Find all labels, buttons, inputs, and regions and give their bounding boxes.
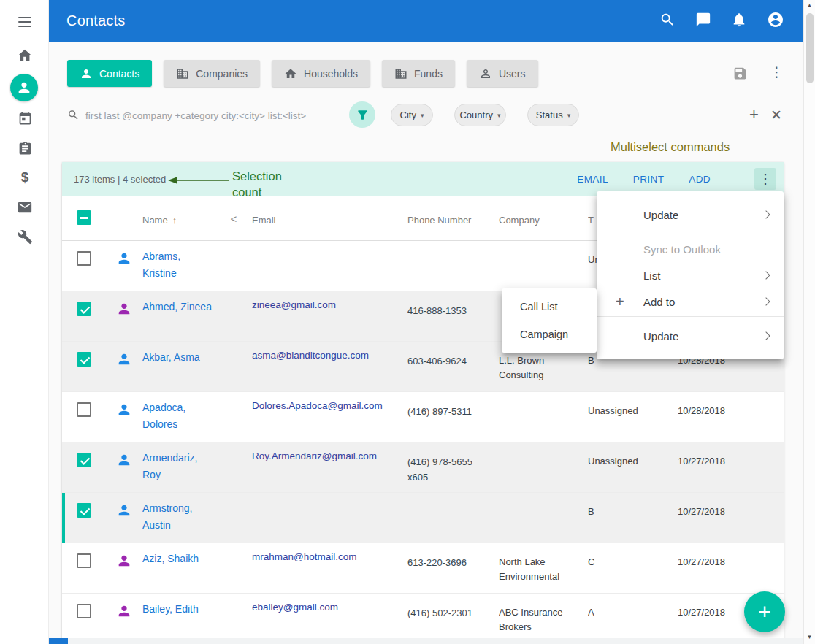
- vertical-scrollbar[interactable]: ▲ ▼: [803, 0, 815, 644]
- table-row[interactable]: Armstrong, Austin B 10/27/2018: [62, 493, 784, 543]
- tab-households[interactable]: Households: [272, 60, 370, 87]
- chevron-right-icon: [762, 210, 770, 218]
- save-view-icon[interactable]: [732, 66, 748, 84]
- contact-company: ABC Insurance Brokers: [499, 594, 588, 643]
- row-checkbox[interactable]: [77, 352, 91, 367]
- column-header-name[interactable]: Name↑: [142, 196, 215, 240]
- row-checkbox[interactable]: [77, 251, 91, 266]
- contact-phone: [408, 241, 499, 291]
- tab-companies[interactable]: Companies: [164, 60, 260, 87]
- contact-name-link[interactable]: Bailey, Edith: [142, 603, 199, 615]
- filter-chip-city[interactable]: City▾: [391, 104, 433, 126]
- chevron-right-icon: [762, 331, 770, 340]
- table-row[interactable]: Apadoca, Dolores Dolores.Apadoca@gmail.c…: [62, 392, 784, 442]
- chevron-right-icon: [762, 297, 770, 305]
- submenu-item-call-list[interactable]: Call List: [502, 293, 597, 321]
- person-avatar-icon: [106, 493, 142, 543]
- row-checkbox[interactable]: [77, 503, 91, 518]
- menu-item-update[interactable]: Update: [597, 197, 784, 232]
- chevron-right-icon: [762, 271, 770, 279]
- table-row[interactable]: Armendariz, Roy Roy.Armendariz@gmail.com…: [62, 442, 784, 493]
- submenu-item-campaign[interactable]: Campaign: [502, 321, 597, 348]
- contact-company: [499, 241, 588, 291]
- select-all-checkbox[interactable]: [77, 210, 91, 225]
- plus-icon: +: [616, 294, 624, 310]
- menu-item-add-to[interactable]: + Add to: [597, 288, 784, 315]
- person-outline-icon: [479, 67, 492, 80]
- selection-summary: 173 items | 4 selected: [62, 174, 166, 185]
- add-filter-icon[interactable]: +: [749, 105, 759, 124]
- person-avatar-icon: [106, 342, 142, 391]
- tasks-clipboard-icon[interactable]: [16, 139, 34, 157]
- contact-name-link[interactable]: Aziz, Shaikh: [142, 553, 199, 564]
- chevron-down-icon: ▾: [497, 112, 501, 119]
- contact-email: zineea@gmail.com: [252, 291, 408, 341]
- column-header-email[interactable]: Email: [252, 196, 408, 240]
- row-checkbox[interactable]: [77, 553, 91, 568]
- contact-date: 10/27/2018: [678, 442, 784, 492]
- hamburger-menu-icon[interactable]: [16, 13, 34, 31]
- column-header-company[interactable]: Company: [499, 196, 588, 240]
- clear-search-icon[interactable]: ✕: [770, 107, 782, 123]
- menu-item-sync-to-outlook: Sync to Outlook: [597, 236, 784, 262]
- contact-name-link[interactable]: Apadoca, Dolores: [142, 402, 185, 430]
- row-checkbox[interactable]: [77, 604, 91, 618]
- filter-funnel-button[interactable]: [349, 101, 375, 128]
- contact-email: [252, 241, 408, 291]
- sidebar-item-contacts-active[interactable]: [10, 74, 38, 101]
- print-button[interactable]: PRINT: [633, 174, 665, 185]
- home-icon[interactable]: [16, 47, 34, 64]
- table-row[interactable]: Aziz, Shaikh mrahman@hotmail.com 613-220…: [62, 543, 784, 594]
- multiselect-menu-icon[interactable]: ⋮: [754, 168, 776, 190]
- multiselect-dropdown-menu: Update Sync to Outlook List + Add to Upd…: [597, 191, 784, 359]
- search-input[interactable]: [85, 107, 341, 123]
- search-icon[interactable]: [659, 12, 676, 31]
- tab-contacts[interactable]: Contacts: [67, 60, 152, 87]
- building-icon: [394, 67, 408, 80]
- row-checkbox[interactable]: [77, 453, 91, 467]
- table-row[interactable]: Bailey, Edith ebailey@gmail.com (416) 50…: [62, 594, 784, 644]
- tab-funds[interactable]: Funds: [382, 60, 455, 87]
- scroll-up-icon[interactable]: ▲: [804, 2, 815, 9]
- contact-name-link[interactable]: Armstrong, Austin: [142, 502, 192, 531]
- menu-item-update-2[interactable]: Update: [597, 318, 784, 353]
- contact-status: Unassigned: [588, 442, 678, 492]
- menu-item-list[interactable]: List: [597, 262, 784, 288]
- row-checkbox[interactable]: [77, 302, 91, 316]
- collapse-columns-icon[interactable]: <: [215, 196, 252, 240]
- add-button[interactable]: ADD: [689, 174, 711, 185]
- chevron-down-icon: ▾: [421, 112, 424, 119]
- contact-email: mrahman@hotmail.com: [252, 543, 408, 593]
- scroll-down-icon[interactable]: ▼: [804, 634, 815, 640]
- email-button[interactable]: EMAIL: [577, 174, 608, 185]
- more-options-icon[interactable]: ⋮: [770, 64, 781, 80]
- add-contact-fab[interactable]: +: [744, 591, 785, 632]
- mail-icon[interactable]: [16, 199, 34, 216]
- horizontal-scrollbar[interactable]: [49, 638, 803, 644]
- person-avatar-icon: [106, 442, 142, 492]
- billing-dollar-icon[interactable]: $: [16, 169, 34, 186]
- contact-email: Dolores.Apadoca@gmail.com: [252, 392, 408, 442]
- chat-icon[interactable]: [695, 12, 711, 31]
- contact-email: asma@blanditcongue.com: [252, 342, 408, 391]
- contact-name-link[interactable]: Ahmed, Zineea: [142, 301, 212, 313]
- left-sidebar: $: [0, 0, 49, 644]
- calendar-icon[interactable]: [16, 110, 34, 127]
- horizontal-scrollbar-thumb[interactable]: [49, 638, 68, 644]
- filter-chip-status[interactable]: Status▾: [527, 104, 579, 126]
- add-to-submenu: Call List Campaign: [502, 288, 597, 353]
- tab-users[interactable]: Users: [467, 60, 538, 87]
- column-header-phone[interactable]: Phone Number: [408, 196, 499, 240]
- vertical-scrollbar-thumb[interactable]: [806, 13, 814, 83]
- person-icon: [80, 67, 93, 80]
- notifications-bell-icon[interactable]: [731, 12, 747, 31]
- contact-name-link[interactable]: Abrams, Kristine: [142, 250, 180, 279]
- contact-company: North Lake Environmental: [499, 543, 588, 593]
- filter-chip-country[interactable]: Country▾: [454, 104, 506, 126]
- contact-name-link[interactable]: Armendariz, Roy: [142, 452, 197, 480]
- account-circle-icon[interactable]: [767, 11, 784, 31]
- tools-wrench-icon[interactable]: [16, 228, 34, 245]
- contact-company: [499, 493, 588, 543]
- contact-name-link[interactable]: Akbar, Asma: [142, 351, 200, 363]
- row-checkbox[interactable]: [77, 402, 91, 417]
